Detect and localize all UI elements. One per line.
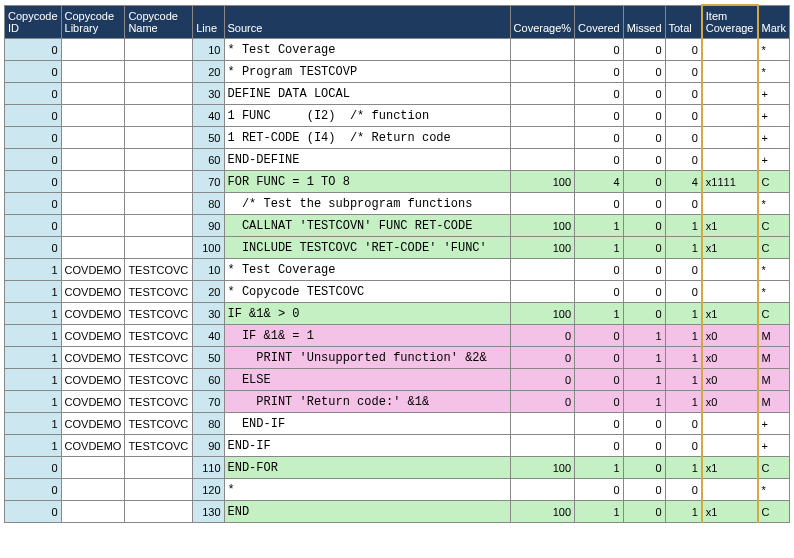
- cell-mark: M: [758, 391, 790, 413]
- cell-line: 60: [193, 149, 224, 171]
- cell-copycode-library: COVDEMO: [61, 369, 125, 391]
- coverage-table: Copycode ID Copycode Library Copycode Na…: [4, 4, 790, 523]
- cell-line: 50: [193, 347, 224, 369]
- col-coverage-pct[interactable]: Coverage%: [510, 5, 574, 39]
- cell-copycode-id: 0: [5, 215, 62, 237]
- table-row[interactable]: 0110END-FOR100101x1C: [5, 457, 790, 479]
- table-row[interactable]: 090 CALLNAT 'TESTCOVN' FUNC RET-CODE1001…: [5, 215, 790, 237]
- cell-coverage-pct: [510, 435, 574, 457]
- cell-item-coverage: x0: [702, 369, 758, 391]
- table-row[interactable]: 020* Program TESTCOVP000*: [5, 61, 790, 83]
- table-row[interactable]: 1COVDEMOTESTCOVC30IF &1& > 0100101x1C: [5, 303, 790, 325]
- col-item-coverage[interactable]: Item Coverage: [702, 5, 758, 39]
- col-copycode-id[interactable]: Copycode ID: [5, 5, 62, 39]
- table-row[interactable]: 0130END100101x1C: [5, 501, 790, 523]
- cell-source: ELSE: [224, 369, 510, 391]
- cell-copycode-library: [61, 105, 125, 127]
- cell-missed: 0: [623, 479, 665, 501]
- cell-source: FOR FUNC = 1 TO 8: [224, 171, 510, 193]
- table-row[interactable]: 0501 RET-CODE (I4) /* Return code000+: [5, 127, 790, 149]
- table-row[interactable]: 070FOR FUNC = 1 TO 8100404x1111C: [5, 171, 790, 193]
- cell-copycode-id: 0: [5, 171, 62, 193]
- cell-missed: 0: [623, 237, 665, 259]
- cell-total: 0: [665, 39, 702, 61]
- cell-item-coverage: [702, 39, 758, 61]
- table-row[interactable]: 0100 INCLUDE TESTCOVC 'RET-CODE' 'FUNC'1…: [5, 237, 790, 259]
- cell-total: 0: [665, 105, 702, 127]
- cell-copycode-library: [61, 83, 125, 105]
- cell-item-coverage: [702, 413, 758, 435]
- cell-total: 1: [665, 457, 702, 479]
- cell-covered: 4: [575, 171, 624, 193]
- table-row[interactable]: 010* Test Coverage000*: [5, 39, 790, 61]
- table-row[interactable]: 1COVDEMOTESTCOVC80 END-IF000+: [5, 413, 790, 435]
- cell-missed: 0: [623, 127, 665, 149]
- table-row[interactable]: 1COVDEMOTESTCOVC90END-IF000+: [5, 435, 790, 457]
- cell-source: * Program TESTCOVP: [224, 61, 510, 83]
- cell-total: 0: [665, 281, 702, 303]
- col-source[interactable]: Source: [224, 5, 510, 39]
- cell-total: 1: [665, 369, 702, 391]
- cell-coverage-pct: [510, 149, 574, 171]
- cell-line: 10: [193, 39, 224, 61]
- cell-item-coverage: [702, 149, 758, 171]
- cell-copycode-library: [61, 215, 125, 237]
- table-row[interactable]: 1COVDEMOTESTCOVC10* Test Coverage000*: [5, 259, 790, 281]
- table-row[interactable]: 1COVDEMOTESTCOVC50 PRINT 'Unsupported fu…: [5, 347, 790, 369]
- cell-item-coverage: [702, 83, 758, 105]
- cell-covered: 0: [575, 39, 624, 61]
- cell-copycode-id: 1: [5, 303, 62, 325]
- cell-source: END-IF: [224, 413, 510, 435]
- cell-copycode-library: [61, 127, 125, 149]
- col-covered[interactable]: Covered: [575, 5, 624, 39]
- cell-item-coverage: [702, 259, 758, 281]
- cell-source: 1 FUNC (I2) /* function: [224, 105, 510, 127]
- cell-copycode-name: TESTCOVC: [125, 281, 193, 303]
- cell-source: * Test Coverage: [224, 39, 510, 61]
- cell-source: IF &1& > 0: [224, 303, 510, 325]
- cell-line: 50: [193, 127, 224, 149]
- cell-line: 110: [193, 457, 224, 479]
- cell-line: 70: [193, 391, 224, 413]
- table-row[interactable]: 060END-DEFINE000+: [5, 149, 790, 171]
- cell-coverage-pct: 0: [510, 391, 574, 413]
- cell-copycode-library: COVDEMO: [61, 435, 125, 457]
- cell-covered: 1: [575, 303, 624, 325]
- table-row[interactable]: 080 /* Test the subprogram functions000*: [5, 193, 790, 215]
- table-row[interactable]: 1COVDEMOTESTCOVC40 IF &1& = 10011x0M: [5, 325, 790, 347]
- cell-copycode-name: TESTCOVC: [125, 325, 193, 347]
- cell-copycode-name: [125, 127, 193, 149]
- col-missed[interactable]: Missed: [623, 5, 665, 39]
- cell-copycode-name: [125, 479, 193, 501]
- col-copycode-name[interactable]: Copycode Name: [125, 5, 193, 39]
- cell-copycode-id: 0: [5, 479, 62, 501]
- cell-item-coverage: x1: [702, 303, 758, 325]
- cell-copycode-library: COVDEMO: [61, 391, 125, 413]
- col-copycode-library[interactable]: Copycode Library: [61, 5, 125, 39]
- cell-covered: 0: [575, 127, 624, 149]
- cell-item-coverage: x1: [702, 237, 758, 259]
- cell-line: 20: [193, 281, 224, 303]
- table-row[interactable]: 030DEFINE DATA LOCAL000+: [5, 83, 790, 105]
- cell-covered: 1: [575, 457, 624, 479]
- cell-missed: 0: [623, 281, 665, 303]
- cell-copycode-library: COVDEMO: [61, 281, 125, 303]
- cell-copycode-name: TESTCOVC: [125, 259, 193, 281]
- col-mark[interactable]: Mark: [758, 5, 790, 39]
- col-line[interactable]: Line: [193, 5, 224, 39]
- table-row[interactable]: 1COVDEMOTESTCOVC60 ELSE0011x0M: [5, 369, 790, 391]
- cell-covered: 0: [575, 193, 624, 215]
- cell-mark: M: [758, 325, 790, 347]
- cell-covered: 1: [575, 215, 624, 237]
- col-total[interactable]: Total: [665, 5, 702, 39]
- cell-coverage-pct: [510, 479, 574, 501]
- cell-mark: *: [758, 259, 790, 281]
- cell-missed: 1: [623, 325, 665, 347]
- table-row[interactable]: 0401 FUNC (I2) /* function000+: [5, 105, 790, 127]
- cell-coverage-pct: [510, 127, 574, 149]
- cell-copycode-library: COVDEMO: [61, 325, 125, 347]
- cell-item-coverage: x0: [702, 347, 758, 369]
- table-row[interactable]: 0120*000*: [5, 479, 790, 501]
- table-row[interactable]: 1COVDEMOTESTCOVC70 PRINT 'Return code:' …: [5, 391, 790, 413]
- table-row[interactable]: 1COVDEMOTESTCOVC20* Copycode TESTCOVC000…: [5, 281, 790, 303]
